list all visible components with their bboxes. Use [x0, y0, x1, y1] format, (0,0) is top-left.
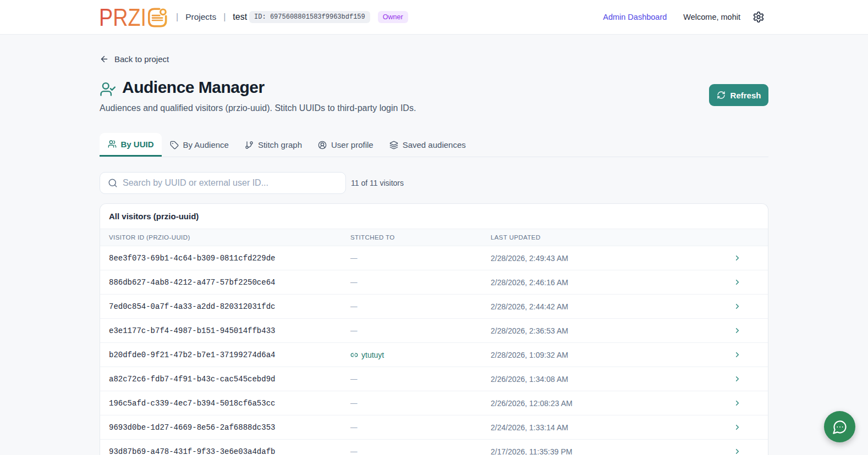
svg-text:PRZI: PRZI — [100, 5, 146, 29]
